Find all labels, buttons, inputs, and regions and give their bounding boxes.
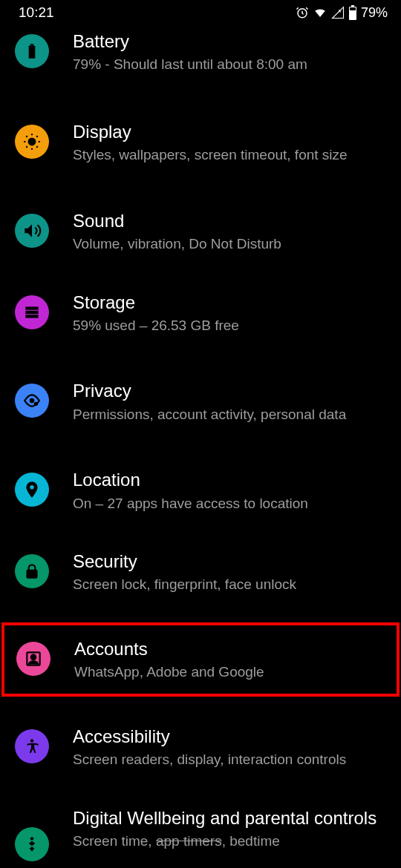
settings-item-wellbeing[interactable]: Digital Wellbeing and parental controls … (0, 798, 401, 868)
svg-rect-5 (29, 45, 36, 58)
svg-point-7 (28, 138, 36, 146)
item-title: Sound (73, 209, 386, 232)
item-title: Storage (73, 291, 386, 314)
svg-point-18 (30, 837, 33, 840)
item-title: Privacy (73, 379, 386, 402)
item-title: Digital Wellbeing and parental controls (73, 806, 386, 829)
alarm-icon (296, 6, 309, 19)
battery-icon (15, 34, 49, 68)
accessibility-icon (15, 729, 49, 763)
item-subtitle: Screen time, app timers, bedtime (73, 832, 386, 851)
item-subtitle: On – 27 apps have access to location (73, 494, 386, 513)
status-bar: 10:21 R 79% (0, 0, 401, 25)
svg-rect-6 (30, 44, 33, 45)
status-time: 10:21 (19, 4, 54, 21)
storage-icon (15, 295, 49, 329)
highlight-accounts: Accounts WhatsApp, Adobe and Google (1, 622, 400, 697)
item-title: Security (73, 550, 386, 573)
item-subtitle: Volume, vibration, Do Not Disturb (73, 234, 386, 254)
svg-point-13 (30, 485, 33, 489)
item-subtitle: Permissions, account activity, personal … (73, 405, 386, 424)
svg-rect-3 (351, 5, 354, 7)
wellbeing-icon (15, 827, 49, 861)
settings-item-security[interactable]: Security Screen lock, fingerprint, face … (0, 541, 401, 603)
item-subtitle: Screen readers, display, interaction con… (73, 750, 386, 769)
settings-item-storage[interactable]: Storage 59% used – 26.53 GB free (0, 282, 401, 344)
item-title: Location (73, 468, 386, 491)
item-title: Display (73, 120, 386, 143)
item-subtitle: WhatsApp, Adobe and Google (74, 662, 385, 682)
signal-icon: R (331, 6, 345, 19)
settings-item-accounts[interactable]: Accounts WhatsApp, Adobe and Google (4, 625, 397, 694)
settings-item-display[interactable]: Display Styles, wallpapers, screen timeo… (0, 111, 401, 174)
svg-point-12 (34, 402, 38, 406)
settings-list: Battery 79% - Should last until about 8:… (0, 25, 401, 868)
svg-point-17 (30, 739, 33, 742)
location-icon (15, 473, 49, 507)
svg-rect-4 (350, 7, 356, 10)
privacy-icon (15, 384, 49, 418)
accounts-icon (16, 642, 50, 676)
settings-item-privacy[interactable]: Privacy Permissions, account activity, p… (0, 370, 401, 433)
svg-text:R: R (339, 9, 342, 13)
item-title: Battery (73, 30, 386, 53)
battery-percent: 79% (361, 5, 388, 21)
svg-rect-8 (25, 306, 38, 309)
sound-icon (15, 214, 49, 248)
svg-rect-9 (25, 310, 38, 313)
settings-item-location[interactable]: Location On – 27 apps have access to loc… (0, 459, 401, 522)
item-title: Accounts (74, 637, 385, 660)
status-right-icons: R 79% (296, 5, 388, 21)
item-title: Accessibility (73, 725, 386, 748)
settings-item-sound[interactable]: Sound Volume, vibration, Do Not Disturb (0, 200, 401, 263)
wifi-icon (313, 6, 327, 19)
settings-item-battery[interactable]: Battery 79% - Should last until about 8:… (0, 25, 401, 85)
svg-rect-14 (27, 571, 37, 578)
svg-point-11 (30, 398, 35, 404)
svg-rect-10 (25, 315, 38, 318)
settings-item-accessibility[interactable]: Accessibility Screen readers, display, i… (0, 716, 401, 778)
battery-status-icon (348, 5, 357, 20)
security-icon (15, 554, 49, 588)
item-subtitle: 79% - Should last until about 8:00 am (73, 55, 386, 74)
display-icon (15, 125, 49, 159)
svg-point-16 (31, 655, 36, 660)
item-subtitle: Styles, wallpapers, screen timeout, font… (73, 145, 386, 165)
item-subtitle: Screen lock, fingerprint, face unlock (73, 575, 386, 594)
item-subtitle: 59% used – 26.53 GB free (73, 316, 386, 335)
